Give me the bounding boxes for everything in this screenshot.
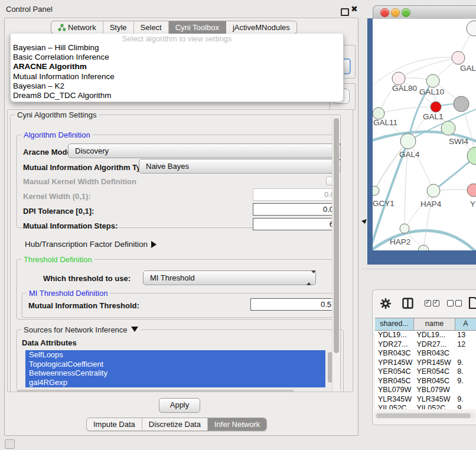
settings-horizontal-scrollbar[interactable] (15, 389, 341, 392)
mi-threshold-input[interactable] (250, 298, 335, 311)
mi-threshold-legend: MI Threshold Definition (27, 289, 110, 298)
gear-icon[interactable] (380, 298, 392, 309)
tab-infer-network[interactable]: Infer Network (208, 418, 266, 431)
node-gal11[interactable] (373, 107, 384, 119)
algorithm-dropdown-popup: Select algorithm to view settings Bayesi… (10, 34, 344, 102)
stepper-arrows-icon (307, 273, 311, 282)
hub-definition-toggle[interactable]: Hub/Transcription Factor Definition (25, 240, 160, 249)
algorithm-option[interactable]: Bayesian – K2 (11, 81, 343, 91)
table-row[interactable]: YBL079WYBL079W (375, 386, 476, 395)
node-gal-pink[interactable] (452, 51, 465, 64)
node-unlabeled[interactable] (467, 21, 476, 36)
mi-steps-input[interactable] (253, 218, 338, 230)
data-attributes-list: SelfLoops TopologicalCoefficient Between… (25, 350, 325, 387)
aracne-mode-value: Discovery (75, 146, 109, 155)
expanded-arrow-icon (131, 327, 138, 335)
dock-panel-button[interactable] (5, 439, 15, 449)
tab-impute-data[interactable]: Impute Data (87, 418, 142, 431)
attribute-item-selected[interactable]: SelfLoops (25, 350, 325, 360)
tab-jactivemnodules[interactable]: jActiveMNodules (226, 21, 296, 34)
node-hap4[interactable] (427, 184, 440, 197)
node-label: GAL11 (373, 118, 397, 127)
network-canvas[interactable]: GAL GAL80 GAL10 GAL1 GAL11 SWI4 GAL4 GCY… (373, 19, 476, 250)
node-label: GAL80 (392, 84, 417, 93)
column-header-shared-name[interactable]: shared... (375, 318, 414, 330)
tab-select-label: Select (141, 23, 162, 32)
collapsed-arrow-icon (151, 241, 160, 248)
node-salmon[interactable] (467, 184, 476, 197)
apply-button[interactable]: Apply (159, 398, 200, 413)
node-label: GCY1 (373, 199, 395, 208)
data-attributes-label: Data Attributes (22, 338, 77, 347)
algorithm-option[interactable]: Dream8 DC_TDC Algorithm (11, 91, 343, 100)
aracne-mode-select[interactable]: Discovery (68, 144, 341, 158)
column-header-clipped[interactable]: A (455, 318, 476, 330)
dpi-tolerance-input[interactable] (253, 203, 338, 216)
node-label: SWI4 (449, 137, 468, 146)
node-label: GAL10 (419, 87, 444, 96)
control-panel-tabs: Network Style Select Cyni Toolbox jActiv… (51, 21, 297, 34)
table-header-row: shared... name A (375, 318, 476, 331)
sources-legend[interactable]: Sources for Network Inference (21, 325, 141, 335)
window-minimize-icon[interactable] (391, 8, 400, 17)
node-gal4[interactable] (400, 133, 416, 149)
column-layout-icon[interactable] (402, 298, 413, 309)
control-panel-title: Control Panel (6, 5, 53, 14)
node-gal80[interactable] (392, 72, 405, 85)
table-row[interactable]: YDR27...YDR27...12 (375, 340, 476, 350)
node-gal1-red[interactable] (431, 102, 441, 112)
window-zoom-icon[interactable] (402, 8, 410, 17)
attribute-item-selected[interactable]: BetweennessCentrality (25, 369, 325, 378)
network-window-titlebar[interactable] (373, 5, 476, 20)
tab-style[interactable]: Style (103, 21, 134, 34)
sources-group: Sources for Network Inference Data Attri… (17, 330, 344, 392)
table-row[interactable]: YLR345WYLR345W9. (375, 395, 476, 405)
algorithm-option-selected[interactable]: ARACNE Algorithm (11, 62, 343, 71)
table-toolbar (373, 290, 476, 317)
attribute-item-selected[interactable]: gal4RGexp (25, 378, 325, 387)
node-gal10[interactable] (426, 74, 439, 87)
which-threshold-select[interactable]: MI Threshold (143, 270, 316, 285)
node-unlabeled[interactable] (418, 245, 429, 250)
window-close-icon[interactable] (380, 8, 389, 17)
aracne-mode-label: Aracne Mode: (23, 148, 74, 156)
table-row[interactable]: YBR043CYBR043C (375, 349, 476, 358)
document-icon[interactable] (468, 296, 476, 309)
algorithm-option[interactable]: Bayesian – Hill Climbing (11, 43, 343, 53)
node-green[interactable] (441, 121, 455, 135)
tab-select[interactable]: Select (134, 21, 169, 34)
table-row[interactable]: YIL052CYIL052C9 (375, 404, 476, 409)
tab-discretize-data[interactable]: Discretize Data (142, 418, 208, 431)
mi-steps-label: Mutual Information Steps: (23, 221, 118, 230)
settings-vertical-scrollbar[interactable] (332, 116, 340, 392)
node-label: HAP4 (420, 200, 441, 208)
tab-network[interactable]: Network (51, 21, 103, 34)
table-horizontal-scrollbar[interactable] (375, 412, 475, 419)
node-hap2[interactable] (400, 224, 409, 233)
tab-jactivemnodules-label: jActiveMNodules (233, 23, 290, 32)
table-row[interactable]: YER054CYER054C8. (375, 367, 476, 377)
cyni-algorithm-settings-legend: Cyni Algorithm Settings (15, 110, 99, 119)
select-all-checks-icon[interactable] (425, 300, 439, 306)
attribute-item-selected[interactable]: TopologicalCoefficient (25, 360, 325, 369)
kernel-width-input[interactable] (253, 188, 339, 201)
which-threshold-label: Which threshold to use: (43, 274, 131, 283)
tab-style-label: Style (110, 23, 127, 32)
deselect-all-checks-icon[interactable] (447, 300, 462, 306)
table-row[interactable]: YDL19...YDL19...13 (375, 331, 476, 340)
table-panel-titlebar: Table Panel (362, 269, 476, 288)
algorithm-definition-legend: Algorithm Definition (21, 131, 93, 139)
algorithm-option[interactable]: Basic Correlation Inference (11, 53, 343, 62)
close-panel-icon[interactable]: ✖ (351, 4, 358, 14)
algorithm-option[interactable]: Mutual Information Inference (11, 72, 343, 81)
node-gray[interactable] (454, 96, 469, 112)
tab-cyni-toolbox[interactable]: Cyni Toolbox (169, 21, 226, 34)
network-graph (373, 19, 476, 250)
float-window-icon[interactable] (341, 8, 349, 16)
node-gcy1[interactable] (373, 186, 379, 195)
table-row[interactable]: YBR045CYBR045C9. (375, 377, 476, 386)
column-header-name[interactable]: name (414, 318, 455, 330)
mi-algorithm-type-select[interactable]: Naive Bayes (139, 159, 341, 174)
table-row[interactable]: YPR145WYPR145W9. (375, 358, 476, 368)
manual-kernel-width-label: Manual Kernel Width Definition (23, 177, 136, 186)
